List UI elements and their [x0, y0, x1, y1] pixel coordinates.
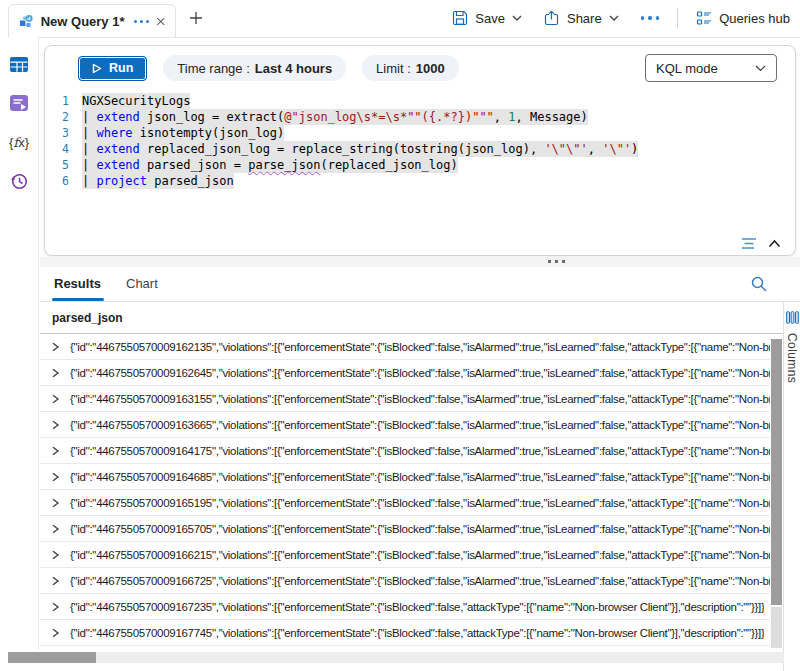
- chevron-down-icon: [512, 15, 522, 21]
- row-json-text: {"id":"4467550570009166215","violations"…: [70, 549, 770, 561]
- row-expand-chevron-icon[interactable]: [51, 420, 60, 430]
- save-button[interactable]: Save: [452, 10, 522, 26]
- table-row[interactable]: {"id":"4467550570009164175","violations"…: [40, 438, 770, 464]
- vertical-scrollbar-thumb[interactable]: [771, 339, 782, 605]
- columns-side-panel-tab[interactable]: Columns: [783, 302, 800, 671]
- row-json-text: {"id":"4467550570009165705","violations"…: [70, 523, 770, 535]
- limit-pill[interactable]: Limit : 1000: [362, 55, 459, 81]
- chevron-down-icon: [609, 15, 619, 21]
- editor-line[interactable]: 2| extend json_log = extract(@"json_log\…: [45, 109, 785, 125]
- table-row[interactable]: {"id":"4467550570009167235","violations"…: [40, 594, 770, 620]
- columns-icon: [786, 311, 799, 324]
- time-range-pill[interactable]: Time range : Last 4 hours: [163, 55, 346, 81]
- queries-hub-button[interactable]: Queries hub: [696, 10, 790, 26]
- table-row[interactable]: {"id":"4467550570009167745","violations"…: [40, 620, 770, 646]
- table-icon: [9, 56, 29, 73]
- query-mode-dropdown[interactable]: KQL mode: [645, 54, 777, 82]
- results-tab-bar: Results Chart: [40, 269, 800, 302]
- splitter-drag-handle-icon: [548, 260, 565, 263]
- tab-bar-actions: Save Share: [452, 5, 790, 31]
- code-text: | project parsed_json: [82, 173, 234, 189]
- editor-line[interactable]: 5| extend parsed_json = parse_json(repla…: [45, 157, 785, 173]
- row-json-text: {"id":"4467550570009164685","violations"…: [70, 471, 770, 483]
- history-clock-icon: [9, 171, 29, 191]
- editor-footer-actions: [741, 237, 781, 250]
- editor-line[interactable]: 1NGXSecurityLogs: [45, 93, 785, 109]
- query-tab[interactable]: New Query 1*: [8, 4, 176, 37]
- search-results-button[interactable]: [750, 275, 768, 293]
- code-text: | extend replaced_json_log = replace_str…: [82, 141, 638, 157]
- queries-hub-label: Queries hub: [719, 11, 790, 26]
- editor-line[interactable]: 6| project parsed_json: [45, 173, 785, 189]
- table-row[interactable]: {"id":"4467550570009162135","violations"…: [40, 334, 770, 360]
- tab-more-icon[interactable]: [134, 20, 149, 23]
- active-tab-indicator: [52, 298, 104, 301]
- tab-title: New Query 1*: [41, 14, 125, 29]
- code-text: NGXSecurityLogs: [82, 93, 190, 109]
- horizontal-scrollbar-thumb[interactable]: [8, 652, 96, 663]
- tab-chart[interactable]: Chart: [126, 276, 158, 291]
- actions-divider: [677, 8, 678, 28]
- sidebar-item-functions[interactable]: {fx}: [8, 131, 30, 153]
- collapse-panel-icon[interactable]: [768, 239, 781, 248]
- line-number: 2: [45, 109, 82, 125]
- new-tab-button[interactable]: [186, 8, 206, 28]
- line-number: 4: [45, 141, 82, 157]
- code-text: | where isnotempty(json_log): [82, 125, 284, 141]
- row-expand-chevron-icon[interactable]: [51, 550, 60, 560]
- line-number: 3: [45, 125, 82, 141]
- sidebar-item-saved-scripts[interactable]: [8, 92, 30, 114]
- table-row[interactable]: {"id":"4467550570009166215","violations"…: [40, 542, 770, 568]
- play-icon: [92, 63, 102, 74]
- row-json-text: {"id":"4467550570009162645","violations"…: [70, 367, 770, 379]
- results-column-header[interactable]: parsed_json: [40, 303, 784, 334]
- row-expand-chevron-icon[interactable]: [51, 602, 60, 612]
- run-button[interactable]: Run: [78, 56, 147, 81]
- table-row[interactable]: {"id":"4467550570009163665","violations"…: [40, 412, 770, 438]
- more-actions-icon[interactable]: [641, 16, 660, 20]
- sidebar-item-query-history[interactable]: [8, 170, 30, 192]
- table-row[interactable]: {"id":"4467550570009163155","violations"…: [40, 386, 770, 412]
- row-expand-chevron-icon[interactable]: [51, 628, 60, 638]
- row-json-text: {"id":"4467550570009166725","violations"…: [70, 575, 770, 587]
- row-expand-chevron-icon[interactable]: [51, 524, 60, 534]
- time-range-value: Last 4 hours: [255, 61, 332, 76]
- row-expand-chevron-icon[interactable]: [51, 342, 60, 352]
- table-row[interactable]: {"id":"4467550570009162645","violations"…: [40, 360, 770, 386]
- row-json-text: {"id":"4467550570009163155","violations"…: [70, 393, 770, 405]
- row-expand-chevron-icon[interactable]: [51, 368, 60, 378]
- horizontal-scrollbar[interactable]: [8, 652, 784, 663]
- editor-line[interactable]: 3| where isnotempty(json_log): [45, 125, 785, 141]
- row-expand-chevron-icon[interactable]: [51, 498, 60, 508]
- columns-panel-label: Columns: [785, 333, 799, 383]
- plus-icon: [189, 11, 203, 25]
- results-rows: {"id":"4467550570009162135","violations"…: [40, 334, 770, 646]
- line-number: 6: [45, 173, 82, 189]
- left-sidebar: {fx}: [0, 37, 39, 671]
- sidebar-item-tables[interactable]: [8, 53, 30, 75]
- row-expand-chevron-icon[interactable]: [51, 576, 60, 586]
- row-expand-chevron-icon[interactable]: [51, 394, 60, 404]
- table-row[interactable]: {"id":"4467550570009166725","violations"…: [40, 568, 770, 594]
- editor-line[interactable]: 4| extend replaced_json_log = replace_st…: [45, 141, 785, 157]
- row-json-text: {"id":"4467550570009162135","violations"…: [70, 341, 770, 353]
- queries-hub-icon: [696, 10, 712, 26]
- code-editor[interactable]: 1NGXSecurityLogs2| extend json_log = ext…: [45, 93, 785, 237]
- panel-splitter[interactable]: [40, 257, 800, 267]
- row-expand-chevron-icon[interactable]: [51, 446, 60, 456]
- query-mode-value: KQL mode: [656, 61, 718, 76]
- run-label: Run: [109, 61, 133, 75]
- kusto-web-explorer: New Query 1* Save: [0, 0, 800, 671]
- vertical-scrollbar[interactable]: [770, 334, 783, 648]
- table-row[interactable]: {"id":"4467550570009165195","violations"…: [40, 490, 770, 516]
- tab-close-icon[interactable]: [156, 16, 166, 27]
- query-toolbar: Run Time range : Last 4 hours Limit : 10…: [45, 46, 795, 90]
- row-expand-chevron-icon[interactable]: [51, 472, 60, 482]
- table-row[interactable]: {"id":"4467550570009165705","violations"…: [40, 516, 770, 542]
- row-json-text: {"id":"4467550570009163665","violations"…: [70, 419, 770, 431]
- table-row[interactable]: {"id":"4467550570009164685","violations"…: [40, 464, 770, 490]
- time-range-label: Time range :: [177, 61, 250, 76]
- format-lines-icon[interactable]: [741, 237, 758, 250]
- tab-results[interactable]: Results: [54, 276, 101, 291]
- share-button[interactable]: Share: [544, 10, 619, 26]
